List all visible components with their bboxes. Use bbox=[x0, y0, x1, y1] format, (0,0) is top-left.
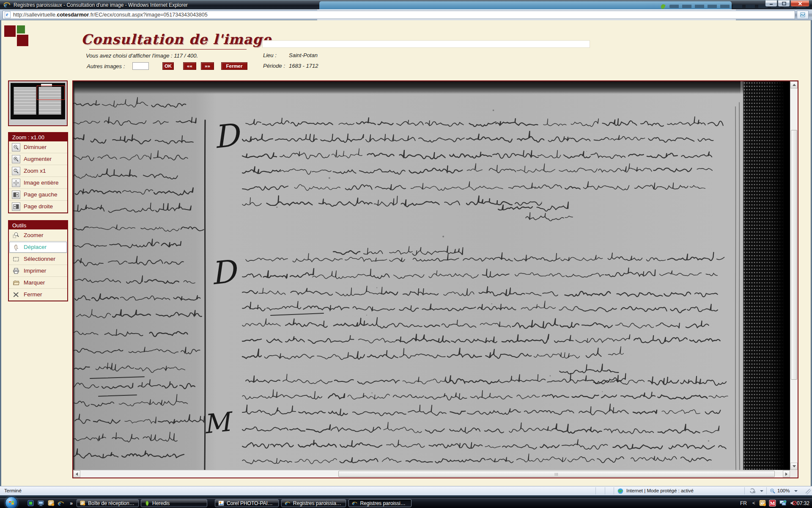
zoom-item-zoom-x1[interactable]: 1 Zoom x1 bbox=[9, 165, 67, 177]
page-right-icon bbox=[12, 202, 20, 211]
tool-item-deplacer[interactable]: Déplacer bbox=[9, 241, 67, 253]
internet-explorer-icon[interactable]: e bbox=[57, 500, 64, 507]
url-text: http://sallevirtuelle.cotesdarmor.fr/EC/… bbox=[13, 12, 208, 18]
next-image-button[interactable]: »» bbox=[201, 62, 214, 70]
status-text: Terminé bbox=[4, 488, 22, 493]
taskbar-button-corel[interactable]: Corel PHOTO-PAIN... bbox=[215, 499, 279, 507]
start-button[interactable] bbox=[5, 497, 18, 508]
thumbnail-image bbox=[11, 83, 65, 119]
close-button[interactable] bbox=[790, 0, 809, 7]
scroll-left-button[interactable] bbox=[73, 470, 80, 478]
go-page-icon bbox=[800, 12, 806, 18]
scroll-down-button[interactable] bbox=[790, 463, 798, 470]
scroll-up-button[interactable] bbox=[790, 81, 798, 88]
autres-images-label: Autres images : bbox=[87, 63, 125, 69]
protected-mode-icon[interactable] bbox=[749, 488, 756, 494]
computer-icon[interactable] bbox=[37, 500, 44, 507]
protected-mode-dropdown-arrow[interactable] bbox=[760, 490, 763, 492]
vertical-scrollbar[interactable] bbox=[790, 81, 798, 470]
quick-launch-overflow-chevron[interactable]: » bbox=[68, 500, 75, 507]
lieu-value: Saint-Potan bbox=[289, 52, 318, 58]
tool-item-selectionner[interactable]: Sélectionner bbox=[9, 253, 67, 265]
image-counter-text: Vous avez choisi d'afficher l'image : 11… bbox=[86, 52, 198, 59]
title-underline bbox=[89, 49, 247, 50]
ie-task-icon: e bbox=[352, 500, 357, 506]
tool-item-marquer[interactable]: Marquer bbox=[9, 277, 67, 289]
ok-button[interactable]: OK bbox=[162, 62, 174, 70]
cotes-darmor-logo bbox=[4, 25, 30, 49]
mcafee-icon[interactable]: M bbox=[769, 500, 776, 507]
page-content: Consultation de l'image Vous avez choisi… bbox=[0, 20, 812, 486]
zoom-level-text[interactable]: 100% bbox=[777, 488, 790, 493]
thumbnail-navigator[interactable] bbox=[8, 80, 68, 126]
svg-text:e: e bbox=[58, 500, 61, 507]
heredis-leaf-task-icon bbox=[144, 500, 150, 506]
svg-text:D: D bbox=[212, 116, 243, 155]
zoom-dropdown-arrow[interactable] bbox=[794, 490, 798, 492]
previous-image-button[interactable]: «« bbox=[183, 62, 196, 70]
scrollbar-corner bbox=[790, 470, 798, 478]
zoom-panel: Zoom : x1.00 Diminuer Augmenter 1 Zoom x… bbox=[8, 132, 68, 213]
heredis-leaf-icon bbox=[660, 4, 665, 9]
image-viewer: DDM bbox=[72, 80, 798, 478]
resize-grip[interactable] bbox=[806, 489, 811, 494]
taskbar-button-registres-1[interactable]: e Registres paroissiau... bbox=[281, 499, 346, 507]
taskbar-button-registres-2-active[interactable]: e Registres paroissiau... bbox=[348, 499, 411, 507]
bookmark-folder-icon bbox=[12, 279, 20, 287]
vertical-scroll-thumb[interactable] bbox=[791, 130, 797, 380]
page-left-icon bbox=[12, 190, 20, 199]
minimize-button[interactable] bbox=[765, 0, 777, 7]
tool-item-zoomer[interactable]: Zoomer bbox=[9, 229, 67, 241]
corel-photo-task-icon bbox=[218, 500, 224, 506]
title-bar: e Registres paroissiaux - Consultation d… bbox=[0, 0, 812, 9]
zoom-item-diminuer[interactable]: Diminuer bbox=[9, 141, 67, 153]
zoom-item-image-entiere[interactable]: Image entière bbox=[9, 177, 67, 189]
taskbar-button-heredis[interactable]: Heredis bbox=[141, 499, 207, 507]
lieu-label: Lieu : bbox=[263, 52, 277, 58]
background-window-glass bbox=[319, 1, 732, 10]
ie-icon: e bbox=[4, 2, 11, 8]
scroll-right-button[interactable] bbox=[783, 470, 790, 478]
horizontal-scrollbar[interactable] bbox=[73, 470, 790, 478]
tool-item-fermer[interactable]: Fermer bbox=[9, 289, 67, 301]
selection-rect-icon bbox=[12, 255, 20, 263]
mail-icon[interactable] bbox=[47, 500, 55, 507]
horizontal-scroll-thumb[interactable] bbox=[338, 471, 775, 477]
tray-mail-icon[interactable] bbox=[759, 500, 766, 507]
fit-image-icon bbox=[12, 179, 20, 187]
zoom-panel-header: Zoom : x1.00 bbox=[9, 133, 67, 141]
thumbnail-viewport-rect[interactable] bbox=[37, 86, 65, 100]
zoom-out-icon bbox=[12, 143, 20, 152]
go-button[interactable] bbox=[797, 11, 809, 19]
taskbar: e » Boîte de réception - ... Heredis Cor… bbox=[0, 497, 812, 508]
network-icon[interactable] bbox=[779, 500, 787, 507]
screen: e Registres paroissiaux - Consultation d… bbox=[0, 0, 812, 508]
volume-muted-icon[interactable] bbox=[790, 500, 797, 507]
manuscript-scan[interactable]: DDM bbox=[73, 81, 790, 470]
svg-text:M: M bbox=[770, 500, 775, 506]
close-x-icon bbox=[12, 290, 20, 299]
zoom-item-page-droite[interactable]: Page droite bbox=[9, 201, 67, 213]
taskbar-button-inbox[interactable]: Boîte de réception - ... bbox=[77, 499, 139, 507]
tray-expand-chevron[interactable]: < bbox=[752, 500, 755, 505]
address-field[interactable]: http://sallevirtuelle.cotesdarmor.fr/EC/… bbox=[3, 11, 795, 19]
svg-text:e: e bbox=[353, 501, 355, 506]
tool-item-imprimer[interactable]: Imprimer bbox=[9, 265, 67, 277]
internet-zone-icon bbox=[617, 488, 623, 494]
zoom-item-page-gauche[interactable]: Page gauche bbox=[9, 189, 67, 201]
image-controls-row: Autres images : OK «« »» Fermer bbox=[87, 62, 125, 70]
periode-label: Période : bbox=[263, 63, 285, 69]
header-white-strip bbox=[262, 40, 590, 48]
taskbar-clock[interactable]: 07:32 bbox=[797, 500, 809, 506]
tools-panel-header: Outils bbox=[9, 221, 67, 229]
windows-flag-icon bbox=[8, 500, 15, 506]
image-number-input[interactable] bbox=[132, 62, 149, 70]
language-indicator[interactable]: FR bbox=[740, 500, 747, 506]
zoom-tool-icon bbox=[12, 231, 20, 240]
maximize-button[interactable] bbox=[778, 0, 790, 7]
zoom-in-icon bbox=[12, 155, 20, 163]
fermer-button[interactable]: Fermer bbox=[221, 62, 247, 70]
show-desktop-icon[interactable] bbox=[27, 500, 34, 507]
zoom-item-augmenter[interactable]: Augmenter bbox=[9, 153, 67, 165]
tools-panel: Outils Zoomer Déplacer Sélectionner bbox=[8, 220, 68, 301]
